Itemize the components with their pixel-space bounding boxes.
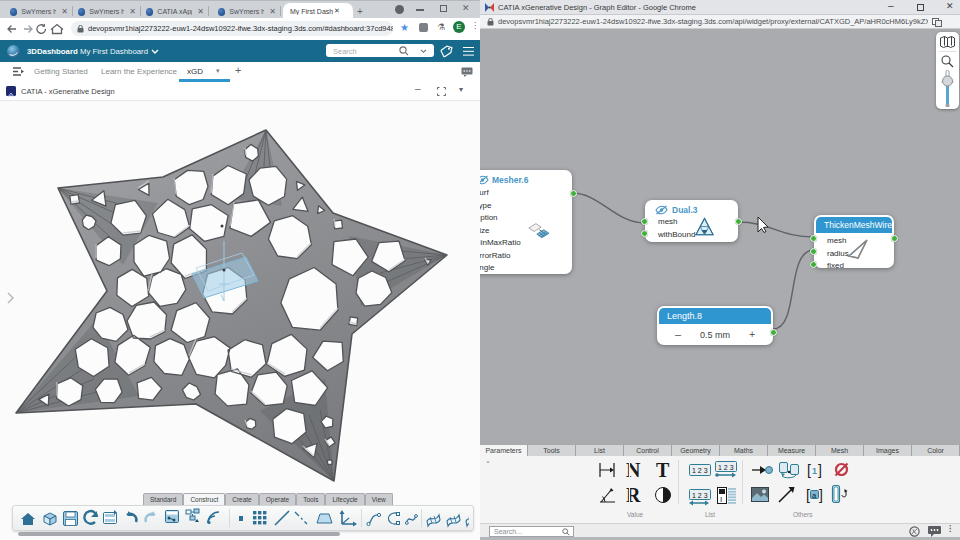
svg-text:I: I [720, 495, 722, 504]
svg-text:N: N [626, 459, 641, 481]
svg-text:1 2 3: 1 2 3 [718, 464, 734, 471]
svg-text:]: ] [819, 487, 823, 503]
svg-text:]: ] [818, 462, 822, 478]
svg-text:R: R [626, 484, 641, 506]
svg-text:[: [ [806, 487, 810, 503]
svg-text:[: [ [807, 462, 811, 478]
svg-text:1: 1 [812, 466, 817, 476]
svg-text:1 2 3: 1 2 3 [692, 467, 708, 474]
svg-text:1 2 3: 1 2 3 [692, 492, 708, 499]
svg-text:T: T [656, 459, 670, 481]
